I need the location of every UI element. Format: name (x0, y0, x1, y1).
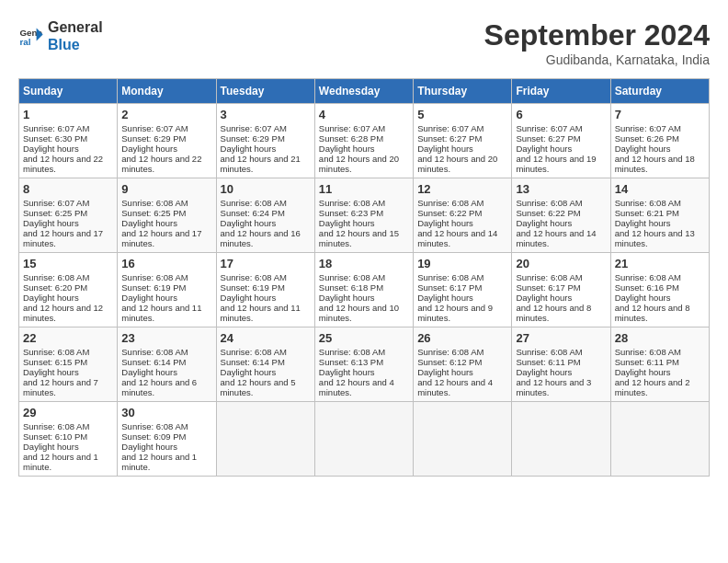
calendar-cell: 23Sunrise: 6:08 AMSunset: 6:14 PMDayligh… (118, 327, 216, 402)
daylight-duration: and 12 hours and 4 minutes. (417, 377, 493, 397)
daylight-label: Daylight hours (516, 218, 572, 228)
sunrise-text: Sunrise: 6:08 AM (221, 272, 287, 282)
sunrise-text: Sunrise: 6:08 AM (615, 347, 681, 357)
daylight-duration: and 12 hours and 1 minute. (121, 452, 197, 472)
sunrise-text: Sunrise: 6:08 AM (121, 347, 188, 357)
sunset-text: Sunset: 6:12 PM (417, 357, 482, 367)
logo: Gene ral General Blue (18, 18, 103, 53)
calendar-cell: 12Sunrise: 6:08 AMSunset: 6:22 PMDayligh… (414, 178, 512, 253)
sunrise-text: Sunrise: 6:08 AM (417, 272, 483, 282)
calendar-cell (216, 402, 314, 477)
calendar-cell: 21Sunrise: 6:08 AMSunset: 6:16 PMDayligh… (610, 253, 709, 327)
daylight-duration: and 12 hours and 18 minutes. (615, 154, 695, 174)
day-number: 14 (615, 182, 705, 196)
daylight-label: Daylight hours (23, 218, 79, 228)
header: Gene ral General Blue September 2024 Gud… (18, 18, 710, 67)
day-number: 6 (516, 108, 606, 121)
daylight-duration: and 12 hours and 7 minutes. (23, 377, 98, 397)
calendar-week-3: 15Sunrise: 6:08 AMSunset: 6:20 PMDayligh… (19, 253, 710, 327)
day-number: 8 (23, 182, 113, 196)
daylight-label: Daylight hours (23, 293, 79, 303)
daylight-label: Daylight hours (319, 144, 375, 154)
sunset-text: Sunset: 6:17 PM (417, 282, 482, 293)
day-number: 19 (417, 257, 507, 270)
day-number: 28 (615, 331, 705, 345)
daylight-label: Daylight hours (417, 144, 473, 154)
calendar-cell: 27Sunrise: 6:08 AMSunset: 6:11 PMDayligh… (512, 327, 610, 402)
sunrise-text: Sunrise: 6:07 AM (23, 123, 89, 133)
calendar-cell: 6Sunrise: 6:07 AMSunset: 6:27 PMDaylight… (512, 104, 610, 178)
daylight-label: Daylight hours (615, 367, 671, 377)
logo-line2: Blue (48, 36, 103, 53)
calendar-cell: 24Sunrise: 6:08 AMSunset: 6:14 PMDayligh… (216, 327, 314, 402)
day-number: 21 (615, 257, 705, 270)
day-number: 9 (121, 182, 211, 196)
daylight-label: Daylight hours (221, 293, 277, 303)
sunrise-text: Sunrise: 6:08 AM (23, 421, 89, 431)
daylight-label: Daylight hours (417, 293, 473, 303)
daylight-label: Daylight hours (23, 442, 79, 452)
calendar-cell: 18Sunrise: 6:08 AMSunset: 6:18 PMDayligh… (314, 253, 413, 327)
daylight-duration: and 12 hours and 9 minutes. (417, 303, 493, 323)
day-number: 5 (417, 108, 507, 121)
daylight-label: Daylight hours (319, 293, 375, 303)
logo-icon: Gene ral (18, 23, 44, 49)
calendar-header-saturday: Saturday (610, 79, 709, 104)
calendar-cell (414, 402, 512, 477)
day-number: 13 (516, 182, 606, 196)
calendar-header-row: SundayMondayTuesdayWednesdayThursdayFrid… (19, 79, 710, 104)
calendar-cell: 22Sunrise: 6:08 AMSunset: 6:15 PMDayligh… (19, 327, 118, 402)
day-number: 7 (615, 108, 705, 121)
sunset-text: Sunset: 6:22 PM (417, 208, 482, 218)
daylight-duration: and 12 hours and 5 minutes. (221, 377, 296, 397)
daylight-duration: and 12 hours and 8 minutes. (516, 303, 591, 323)
sunset-text: Sunset: 6:16 PM (615, 282, 679, 293)
logo-line1: General (48, 18, 103, 36)
day-number: 20 (516, 257, 606, 270)
sunrise-text: Sunrise: 6:07 AM (221, 123, 287, 133)
sunrise-text: Sunrise: 6:08 AM (221, 347, 287, 357)
day-number: 30 (121, 406, 211, 419)
calendar-cell (314, 402, 413, 477)
calendar-cell: 19Sunrise: 6:08 AMSunset: 6:17 PMDayligh… (414, 253, 512, 327)
sunrise-text: Sunrise: 6:08 AM (121, 421, 188, 431)
calendar-cell: 15Sunrise: 6:08 AMSunset: 6:20 PMDayligh… (19, 253, 118, 327)
calendar-week-4: 22Sunrise: 6:08 AMSunset: 6:15 PMDayligh… (19, 327, 710, 402)
daylight-duration: and 12 hours and 20 minutes. (319, 154, 399, 174)
sunrise-text: Sunrise: 6:08 AM (221, 198, 287, 208)
sunset-text: Sunset: 6:15 PM (23, 357, 87, 367)
day-number: 23 (121, 331, 211, 345)
day-number: 10 (221, 182, 311, 196)
sunrise-text: Sunrise: 6:08 AM (121, 272, 188, 282)
calendar-week-5: 29Sunrise: 6:08 AMSunset: 6:10 PMDayligh… (19, 402, 710, 477)
day-number: 1 (23, 108, 113, 121)
daylight-duration: and 12 hours and 6 minutes. (121, 377, 197, 397)
calendar-cell: 2Sunrise: 6:07 AMSunset: 6:29 PMDaylight… (118, 104, 216, 178)
daylight-label: Daylight hours (23, 367, 79, 377)
day-number: 29 (23, 406, 113, 419)
sunrise-text: Sunrise: 6:08 AM (516, 347, 582, 357)
calendar-header-monday: Monday (118, 79, 216, 104)
day-number: 16 (121, 257, 211, 270)
daylight-label: Daylight hours (516, 367, 572, 377)
day-number: 4 (319, 108, 409, 121)
calendar-cell (610, 402, 709, 477)
day-number: 18 (319, 257, 409, 270)
title-area: September 2024 Gudibanda, Karnataka, Ind… (484, 18, 710, 67)
sunset-text: Sunset: 6:20 PM (23, 282, 87, 293)
daylight-label: Daylight hours (221, 144, 277, 154)
daylight-duration: and 12 hours and 13 minutes. (615, 228, 695, 248)
sunset-text: Sunset: 6:11 PM (615, 357, 679, 367)
calendar-header-friday: Friday (512, 79, 610, 104)
daylight-label: Daylight hours (615, 218, 671, 228)
daylight-duration: and 12 hours and 12 minutes. (23, 303, 103, 323)
daylight-duration: and 12 hours and 19 minutes. (516, 154, 596, 174)
daylight-duration: and 12 hours and 22 minutes. (121, 154, 201, 174)
calendar-cell: 26Sunrise: 6:08 AMSunset: 6:12 PMDayligh… (414, 327, 512, 402)
daylight-duration: and 12 hours and 22 minutes. (23, 154, 103, 174)
calendar-cell: 10Sunrise: 6:08 AMSunset: 6:24 PMDayligh… (216, 178, 314, 253)
sunrise-text: Sunrise: 6:07 AM (23, 198, 89, 208)
daylight-duration: and 12 hours and 11 minutes. (221, 303, 301, 323)
calendar-cell: 20Sunrise: 6:08 AMSunset: 6:17 PMDayligh… (512, 253, 610, 327)
calendar-header-sunday: Sunday (19, 79, 118, 104)
